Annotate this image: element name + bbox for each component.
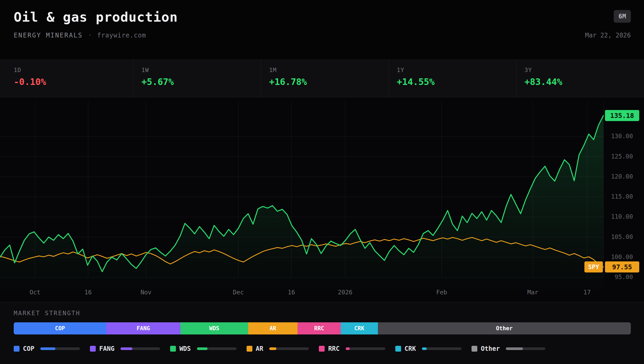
stat-period-label: 1W — [141, 67, 261, 73]
legend-item-crk[interactable]: CRK — [395, 345, 462, 352]
legend-swatch — [14, 346, 20, 352]
stat-3y: 3Y+83.44% — [516, 60, 644, 97]
legend-sparkbar — [121, 347, 160, 350]
source-link[interactable]: fraywire.com — [97, 32, 146, 39]
stat-change-value: +5.67% — [141, 76, 261, 87]
market-strength-section: MARKET STRENGTH COPFANGWDSARRRCCRKOther … — [0, 302, 644, 364]
legend-sparkbar — [40, 347, 80, 350]
legend-ticker-label: CRK — [405, 345, 416, 352]
legend-ticker-label: Other — [481, 345, 500, 352]
stat-period-label: 1M — [269, 67, 388, 73]
legend-sparkbar — [346, 347, 385, 350]
spy-ticker-badge: SPY — [584, 261, 603, 272]
legend-ticker-label: FANG — [99, 345, 114, 352]
header: Oil & gas production 6M ENERGY MINERALS … — [0, 0, 644, 60]
sector-label: ENERGY MINERALS — [14, 32, 83, 39]
legend-swatch — [170, 346, 176, 352]
price-chart[interactable]: 130.00125.00120.00115.00110.00105.00100.… — [0, 97, 644, 302]
stat-period-label: 1D — [14, 67, 133, 73]
stat-period-label: 3Y — [525, 67, 644, 73]
stat-change-value: -0.10% — [14, 76, 133, 87]
legend-ticker-label: COP — [23, 345, 34, 352]
stat-change-value: +16.78% — [269, 76, 388, 87]
legend-ticker-label: RRC — [328, 345, 339, 352]
page-title: Oil & gas production — [14, 9, 178, 25]
legend-sparkbar-fill — [346, 347, 350, 350]
legend-ticker-label: WDS — [179, 345, 191, 352]
legend-item-cop[interactable]: COP — [14, 345, 80, 352]
legend-sparkbar — [422, 347, 462, 350]
legend-swatch — [319, 346, 325, 352]
chart-svg — [0, 97, 644, 294]
bar-segment-ar[interactable]: AR — [248, 322, 297, 334]
date-label: Mar 22, 2026 — [585, 32, 631, 39]
legend-sparkbar — [197, 347, 237, 350]
separator-dot: · — [88, 32, 92, 39]
bar-segment-wds[interactable]: WDS — [180, 322, 248, 334]
legend-item-fang[interactable]: FANG — [90, 345, 160, 352]
legend-item-ar[interactable]: AR — [247, 345, 309, 352]
legend-sparkbar — [269, 347, 309, 350]
legend-sparkbar — [506, 347, 545, 350]
stat-change-value: +14.55% — [397, 76, 516, 87]
timeframe-badge[interactable]: 6M — [614, 10, 631, 23]
stat-1w: 1W+5.67% — [133, 60, 261, 97]
stat-1y: 1Y+14.55% — [389, 60, 516, 97]
bar-segment-crk[interactable]: CRK — [341, 322, 378, 334]
legend-sparkbar-fill — [422, 347, 427, 350]
dashboard-root: Oil & gas production 6M ENERGY MINERALS … — [0, 0, 644, 364]
legend-item-rrc[interactable]: RRC — [319, 345, 385, 352]
legend-sparkbar-fill — [506, 347, 523, 350]
bar-segment-other[interactable]: Other — [378, 322, 631, 334]
legend-swatch — [90, 346, 96, 352]
bar-segment-cop[interactable]: COP — [14, 322, 106, 334]
spy-price-badge: 97.55 — [605, 261, 639, 272]
stat-1m: 1M+16.78% — [261, 60, 388, 97]
bar-segment-fang[interactable]: FANG — [106, 322, 180, 334]
legend-sparkbar-fill — [40, 347, 55, 350]
bar-segment-rrc[interactable]: RRC — [297, 322, 341, 334]
legend-sparkbar-fill — [269, 347, 276, 350]
legend-sparkbar-fill — [121, 347, 132, 350]
legend-swatch — [395, 346, 401, 352]
stat-change-value: +83.44% — [525, 76, 644, 87]
legend-swatch — [247, 346, 252, 352]
index-area — [0, 116, 603, 294]
stat-period-label: 1Y — [397, 67, 516, 73]
market-strength-title: MARKET STRENGTH — [14, 310, 631, 317]
market-strength-bar: COPFANGWDSARRRCCRKOther — [14, 322, 631, 334]
legend-sparkbar-fill — [197, 347, 208, 350]
performance-stats: 1D-0.10%1W+5.67%1M+16.78%1Y+14.55%3Y+83.… — [0, 60, 644, 97]
legend-item-other[interactable]: Other — [472, 345, 545, 352]
legend-item-wds[interactable]: WDS — [170, 345, 236, 352]
legend-swatch — [472, 346, 477, 352]
last-price-badge: 135.18 — [605, 110, 639, 121]
stat-1d: 1D-0.10% — [0, 60, 133, 97]
market-strength-legend: COPFANGWDSARRRCCRKOther — [14, 345, 631, 352]
legend-ticker-label: AR — [256, 345, 263, 352]
